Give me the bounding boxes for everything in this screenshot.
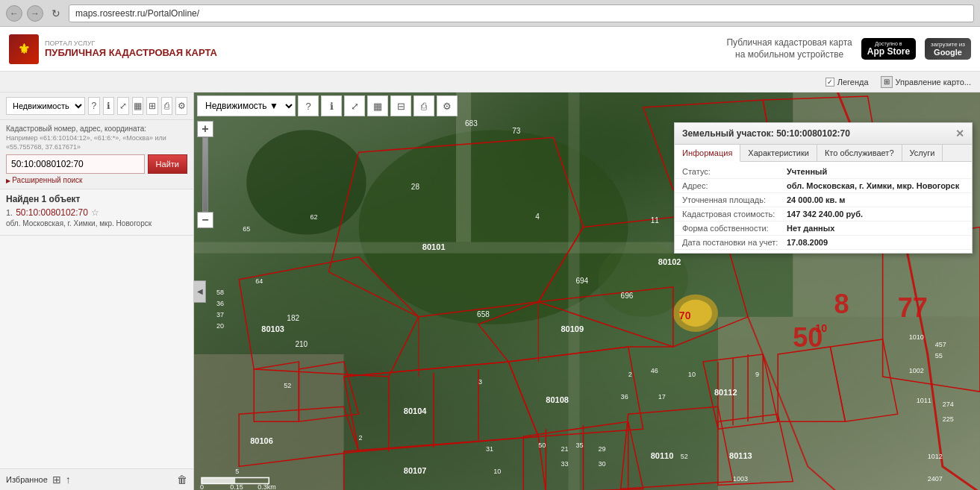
- result-link[interactable]: 50:10:0080102:70: [16, 207, 88, 218]
- favorites-add-icon[interactable]: ⊞: [52, 474, 61, 486]
- appstore-small-text: Доступно в: [875, 41, 902, 46]
- popup-row-status: Статус: Учтенный: [675, 165, 972, 179]
- favorites-section: Избранное ⊞ ↑ 🗑: [0, 468, 193, 490]
- favorites-export-icon[interactable]: ↑: [66, 474, 71, 486]
- google-small-text: загрузите из: [931, 41, 965, 48]
- search-input[interactable]: [6, 154, 145, 174]
- manage-map-button[interactable]: ⊞ Управление карто...: [881, 76, 971, 88]
- legend-checkbox[interactable]: ✓: [825, 78, 834, 87]
- advanced-search-link[interactable]: Расширенный поиск: [6, 176, 187, 184]
- toolbar-info-btn[interactable]: ℹ: [103, 97, 115, 115]
- popup-header: Земельный участок: 50:10:0080102:70 ✕: [675, 123, 972, 145]
- manage-map-icon: ⊞: [881, 76, 893, 88]
- map-toolbar: Недвижимость ▼ ? ℹ ⤢ ▦ ⊟ ⎙ ⚙: [197, 95, 458, 116]
- popup-content: Статус: Учтенный Адрес: обл. Московская,…: [675, 162, 972, 253]
- results-section: Найден 1 объект 1. 50:10:0080102:70 ☆ об…: [0, 189, 193, 236]
- results-count: Найден 1 объект: [6, 194, 187, 204]
- info-popup: Земельный участок: 50:10:0080102:70 ✕ Ин…: [674, 122, 973, 254]
- map-stats-btn[interactable]: ▦: [367, 95, 388, 116]
- layer-select[interactable]: Недвижимость: [6, 97, 85, 115]
- site-title: ПУБЛИЧНАЯ КАДАСТРОВАЯ КАРТА: [45, 47, 217, 58]
- url-bar[interactable]: maps.rosreestr.ru/PortalOnline/: [69, 4, 974, 22]
- legend-toggle[interactable]: ✓ Легенда: [825, 78, 869, 87]
- logo: ⚜ ПОРТАЛ УСЛУГ ПУБЛИЧНАЯ КАДАСТРОВАЯ КАР…: [9, 34, 217, 64]
- search-label: Кадастровый номер, адрес, координата:: [6, 125, 187, 133]
- search-section: Кадастровый номер, адрес, координата: На…: [0, 120, 193, 189]
- favorites-label: Избранное: [6, 475, 48, 484]
- toolbar-question-btn[interactable]: ?: [88, 97, 100, 115]
- zoom-slider[interactable]: [202, 137, 208, 212]
- appstore-button[interactable]: Доступно в App Store: [861, 38, 916, 60]
- map-layer-select[interactable]: Недвижимость ▼: [197, 95, 296, 116]
- forward-button[interactable]: →: [27, 5, 43, 22]
- manage-map-label: Управление карто...: [896, 78, 971, 87]
- search-row: Найти: [6, 154, 187, 174]
- back-button[interactable]: ←: [6, 5, 22, 22]
- zoom-controls: + −: [197, 121, 213, 228]
- popup-row-address: Адрес: обл. Московская, г. Химки, мкр. Н…: [675, 179, 972, 193]
- popup-row-ownership: Форма собственности: Нет данных: [675, 222, 972, 236]
- map-tools-btn[interactable]: ⚙: [437, 95, 458, 116]
- popup-row-date: Дата постановки на учет: 17.08.2009: [675, 236, 972, 250]
- site-header: ⚜ ПОРТАЛ УСЛУГ ПУБЛИЧНАЯ КАДАСТРОВАЯ КАР…: [0, 27, 980, 72]
- browser-chrome: ← → ↻ maps.rosreestr.ru/PortalOnline/: [0, 0, 980, 27]
- toolbar-print-btn[interactable]: ⎙: [161, 97, 173, 115]
- popup-tabs: Информация Характеристики Кто обслуживае…: [675, 145, 972, 162]
- map-zoom-extent-btn[interactable]: ⤢: [344, 95, 365, 116]
- map-info-btn[interactable]: ℹ: [321, 95, 342, 116]
- popup-row-cost: Кадастровая стоимость: 147 342 240.00 ру…: [675, 207, 972, 222]
- zoom-in-button[interactable]: +: [197, 121, 213, 137]
- result-item: 1. 50:10:0080102:70 ☆ обл. Московская, г…: [6, 204, 187, 230]
- popup-tab-services[interactable]: Кто обслуживает?: [817, 145, 902, 161]
- search-hint: Например «61:6:10104:12», «61:6:*», «Мос…: [6, 134, 187, 151]
- header-right: Публичная кадастровая карта на мобильном…: [726, 37, 971, 60]
- toolbar-zoom-btn[interactable]: ⤢: [117, 97, 129, 115]
- portal-label: ПОРТАЛ УСЛУГ: [45, 40, 217, 47]
- panel-toggle-icon: ◀: [197, 287, 203, 295]
- popup-tab-info[interactable]: Информация: [675, 145, 740, 162]
- result-star-icon[interactable]: ☆: [91, 207, 99, 218]
- search-button[interactable]: Найти: [148, 154, 187, 174]
- popup-close-button[interactable]: ✕: [955, 128, 964, 139]
- legend-bar: ✓ Легенда ⊞ Управление карто...: [0, 72, 980, 92]
- popup-tab-orders[interactable]: Услуги: [902, 145, 943, 161]
- refresh-button[interactable]: ↻: [48, 5, 64, 22]
- map-toolbar-row: Недвижимость ? ℹ ⤢ ▦ ⊞ ⎙ ⚙: [0, 92, 193, 120]
- result-address: обл. Московская, г. Химки, мкр. Новогорс…: [6, 219, 187, 227]
- popup-row-area: Уточненная площадь: 24 000.00 кв. м: [675, 193, 972, 207]
- toolbar-table-btn[interactable]: ⊞: [146, 97, 158, 115]
- appstore-big-text: App Store: [867, 46, 910, 57]
- left-panel: Недвижимость ? ℹ ⤢ ▦ ⊞ ⎙ ⚙ Кадастровый н…: [0, 92, 194, 490]
- google-play-button[interactable]: загрузите из Google: [925, 38, 971, 60]
- toolbar-settings-btn[interactable]: ⚙: [175, 97, 187, 115]
- logo-icon: ⚜: [9, 34, 39, 64]
- main-area: Недвижимость ? ℹ ⤢ ▦ ⊞ ⎙ ⚙ Кадастровый н…: [0, 92, 980, 490]
- map-table-btn[interactable]: ⊟: [390, 95, 411, 116]
- legend-label: Легенда: [837, 78, 869, 87]
- favorites-delete-icon[interactable]: 🗑: [177, 474, 187, 486]
- map-container[interactable]: 80101 80102 80103 80104 80106 80107 8010…: [194, 92, 980, 490]
- google-big-text: Google: [934, 48, 962, 57]
- mobile-promo-text: Публичная кадастровая карта на мобильном…: [726, 37, 852, 60]
- panel-toggle-btn[interactable]: ◀: [194, 280, 206, 303]
- map-question-btn[interactable]: ?: [298, 95, 319, 116]
- toolbar-chart-btn[interactable]: ▦: [132, 97, 144, 115]
- popup-title: Земельный участок: 50:10:0080102:70: [682, 128, 850, 139]
- map-background: 80101 80102 80103 80104 80106 80107 8010…: [194, 92, 980, 490]
- zoom-out-button[interactable]: −: [197, 212, 213, 228]
- popup-tab-characteristics[interactable]: Характеристики: [740, 145, 817, 161]
- map-print-btn[interactable]: ⎙: [413, 95, 434, 116]
